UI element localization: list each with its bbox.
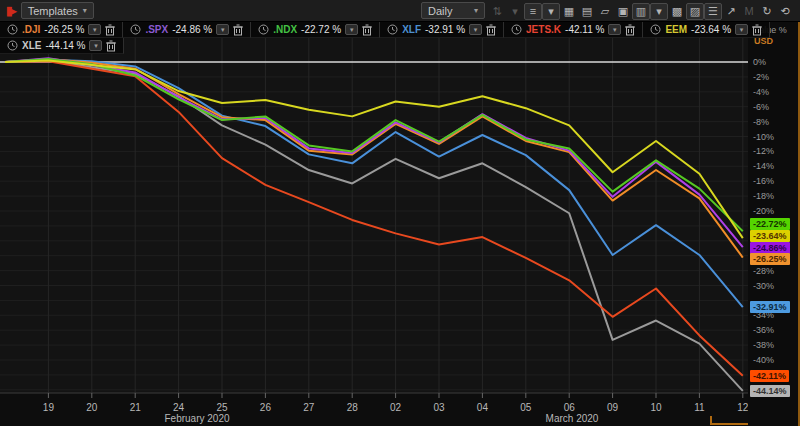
x-axis-month-label: February 2020 [164, 413, 229, 424]
trash-icon[interactable] [233, 24, 243, 36]
export-caret-icon[interactable]: ▾ [650, 3, 668, 20]
chevron-down-icon: ▾ [474, 6, 478, 15]
legend-dropdown-icon[interactable]: ▾ [89, 40, 102, 51]
clock-icon[interactable] [130, 24, 141, 35]
legend-item[interactable]: XLF -32.91 % ▾ [380, 22, 504, 38]
legend-dropdown-icon[interactable]: ▾ [88, 24, 101, 35]
history-icon[interactable]: ⟲ [776, 3, 794, 20]
y-axis-tick: -14% [753, 161, 774, 171]
last-value-badge: -23.64% [750, 230, 790, 242]
legend-dropdown-icon[interactable]: ▾ [345, 24, 358, 35]
price-chart-canvas[interactable] [0, 22, 800, 426]
trash-icon[interactable] [625, 24, 635, 36]
y-axis-tick: -16% [753, 176, 774, 186]
x-axis-tick: 21 [130, 402, 141, 413]
x-axis-tick: 02 [390, 402, 401, 413]
x-axis-tick: 28 [347, 402, 358, 413]
legend-item[interactable]: .NDX -22.72 % ▾ [251, 22, 380, 38]
legend-style-caret-icon[interactable]: ▾ [542, 3, 560, 20]
legend-value: -26.25 % [44, 24, 84, 35]
legend-value: -44.14 % [45, 40, 85, 51]
y-axis-tick: -28% [753, 266, 774, 276]
value-axis: Value % USD 0%-2%-4%-6%-8%-10%-12%-14%-1… [748, 22, 798, 426]
trash-icon[interactable] [105, 24, 115, 36]
y-axis-tick: -20% [753, 206, 774, 216]
export-document-icon[interactable]: ▥ [632, 3, 650, 20]
toolbar-icon-strip: ⇅▾≡▾▦▤▱▣▥▾▩▨☰↗M↻⟲ [488, 1, 794, 20]
copy-icon[interactable]: ▩ [668, 3, 686, 20]
x-axis-tick: 12 [737, 402, 748, 413]
trash-icon[interactable] [106, 40, 116, 52]
hamburger-menu-icon[interactable]: ☰ [704, 3, 722, 20]
y-axis-tick: -10% [753, 132, 774, 142]
legend-dropdown-icon[interactable]: ▾ [216, 24, 229, 35]
legend-value: -22.72 % [301, 24, 341, 35]
trash-icon[interactable] [752, 24, 762, 36]
trash-icon[interactable] [362, 24, 372, 36]
interval-select[interactable]: Daily ▾ [421, 2, 485, 19]
legend-ticker: EEM [665, 24, 687, 35]
trash-icon[interactable] [486, 24, 496, 36]
legend-value: -42.11 % [565, 24, 604, 35]
compare-icon: ⇅ [488, 3, 506, 20]
templates-button[interactable]: Templates ▾ [21, 2, 94, 19]
chart-app-icon[interactable]: ▮▸ [6, 4, 15, 18]
templates-button-label: Templates [28, 5, 78, 17]
clock-icon[interactable] [7, 24, 18, 35]
compare-caret-icon: ▾ [506, 3, 524, 20]
legend-item[interactable]: EEM -23.64 % ▾ [643, 22, 770, 38]
share-icon[interactable]: ↗ [722, 3, 740, 20]
x-axis-tick: 10 [650, 402, 661, 413]
legend-value: -32.91 % [425, 24, 465, 35]
y-axis-tick: -38% [753, 340, 774, 350]
x-axis-tick: 25 [216, 402, 227, 413]
y-axis-tick: -8% [753, 117, 769, 127]
clock-icon[interactable] [387, 24, 398, 35]
legend-style-icon[interactable]: ≡ [524, 3, 542, 20]
toolbar-right-group: Daily ▾ ⇅▾≡▾▦▤▱▣▥▾▩▨☰↗M↻⟲ [421, 1, 794, 20]
legend-ticker: JETS.K [526, 24, 561, 35]
legend-dropdown-icon[interactable]: ▾ [469, 24, 482, 35]
metadata-icon: M [740, 3, 758, 20]
legend-item[interactable]: JETS.K -42.11 % ▾ [504, 22, 643, 38]
last-value-badge: -44.14% [750, 385, 790, 397]
y-axis-tick: 0% [753, 57, 766, 67]
legend-dropdown-icon[interactable]: ▾ [608, 24, 621, 35]
x-axis-tick: 06 [564, 402, 575, 413]
annotation-icon[interactable]: ▨ [686, 3, 704, 20]
save-icon[interactable]: ▣ [614, 3, 632, 20]
x-axis-tick: 27 [303, 402, 314, 413]
y-axis-tick: -18% [753, 191, 774, 201]
series-legend: .DJI -26.25 % ▾ .SPX -24.86 % ▾ [0, 22, 770, 54]
overlay-series-icon[interactable]: ▤ [578, 3, 596, 20]
layout-grid-icon[interactable]: ▦ [560, 3, 578, 20]
legend-item[interactable]: .DJI -26.25 % ▾ [0, 22, 123, 38]
y-axis-tick: -2% [753, 72, 769, 82]
legend-dropdown-icon[interactable]: ▾ [735, 24, 748, 35]
x-axis-tick: 05 [520, 402, 531, 413]
x-axis-tick: 09 [607, 402, 618, 413]
legend-item[interactable]: .SPX -24.86 % ▾ [123, 22, 251, 38]
chart-area[interactable]: .DJI -26.25 % ▾ .SPX -24.86 % ▾ [0, 22, 800, 426]
last-value-badge: -22.72% [750, 218, 790, 230]
chevron-down-icon: ▾ [83, 6, 87, 15]
clock-icon[interactable] [258, 24, 269, 35]
legend-ticker: .NDX [273, 24, 297, 35]
legend-ticker: .DJI [22, 24, 40, 35]
clock-icon[interactable] [650, 24, 661, 35]
interval-select-value: Daily [428, 5, 452, 17]
legend-item[interactable]: XLE -44.14 % ▾ [0, 38, 124, 54]
x-axis-tick: 19 [43, 402, 54, 413]
legend-row-2: XLE -44.14 % ▾ [0, 38, 770, 54]
x-axis-tick: 20 [86, 402, 97, 413]
open-folder-icon[interactable]: ▱ [596, 3, 614, 20]
legend-ticker: XLF [402, 24, 421, 35]
y-axis-tick: -12% [753, 146, 774, 156]
last-value-badge: -42.11% [750, 370, 789, 382]
clock-icon[interactable] [7, 40, 18, 51]
y-axis-tick: -30% [753, 281, 774, 291]
clock-icon[interactable] [511, 24, 522, 35]
y-axis-tick: -4% [753, 87, 769, 97]
x-axis-tick: 24 [173, 402, 184, 413]
refresh-icon[interactable]: ↻ [758, 3, 776, 20]
